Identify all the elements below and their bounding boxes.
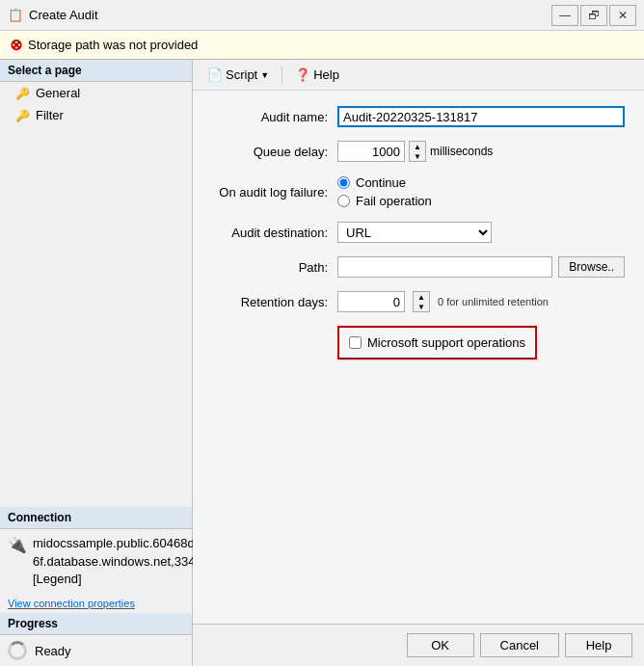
sidebar-item-filter[interactable]: 🔑 Filter <box>0 104 192 126</box>
panel-bottom: Connection 🔌 midocssample.public.60468da… <box>0 507 192 666</box>
error-icon: ⊗ <box>10 36 22 54</box>
radio-continue-item[interactable]: Continue <box>337 175 625 190</box>
audit-log-failure-row: On audit log failure: Continue Fail oper… <box>212 175 625 208</box>
sidebar-item-general-label: General <box>36 86 80 100</box>
radio-fail-input[interactable] <box>337 195 350 207</box>
window-icon: 📋 <box>8 8 23 23</box>
audit-destination-control: URL Blob storage File system <box>337 222 625 243</box>
general-icon: 🔑 <box>15 87 30 100</box>
toolbar: 📄 Script ▼ ❓ Help <box>193 60 644 91</box>
audit-destination-label: Audit destination: <box>212 226 337 240</box>
right-content: 📄 Script ▼ ❓ Help Audit name: Queue dela… <box>193 60 644 666</box>
form-area: Audit name: Queue delay: ▲ ▼ millisecond… <box>193 91 644 624</box>
help-toolbar-button[interactable]: ❓ Help <box>288 65 346 85</box>
error-banner: ⊗ Storage path was not provided <box>0 31 644 60</box>
window-title: Create Audit <box>29 8 98 22</box>
title-bar-left: 📋 Create Audit <box>8 8 98 23</box>
queue-delay-spinner: ▲ ▼ <box>409 141 426 162</box>
script-icon: 📄 <box>207 67 223 82</box>
script-button[interactable]: 📄 Script ▼ <box>201 65 276 85</box>
path-row: Path: Browse.. <box>212 256 625 278</box>
sidebar-item-general[interactable]: 🔑 General <box>0 82 192 104</box>
retention-days-spinner: ▲ ▼ <box>413 291 430 312</box>
audit-destination-row: Audit destination: URL Blob storage File… <box>212 222 625 243</box>
title-bar: 📋 Create Audit — 🗗 ✕ <box>0 0 644 31</box>
audit-name-input[interactable] <box>337 106 625 127</box>
minimize-button[interactable]: — <box>551 5 578 26</box>
queue-delay-up[interactable]: ▲ <box>410 142 425 151</box>
radio-continue-input[interactable] <box>337 176 350 189</box>
queue-delay-label: Queue delay: <box>212 145 337 159</box>
path-control: Browse.. <box>337 256 625 278</box>
help-footer-button[interactable]: Help <box>565 633 632 657</box>
ok-button[interactable]: OK <box>407 633 474 657</box>
microsoft-support-label: Microsoft support operations <box>367 335 525 350</box>
connection-server: 🔌 midocssample.public.60468da9186f.datab… <box>0 529 192 594</box>
progress-status: Ready <box>35 644 71 658</box>
retention-days-control: ▲ ▼ 0 for unlimited retention <box>337 291 625 312</box>
retention-days-row: Retention days: ▲ ▼ 0 for unlimited rete… <box>212 291 625 312</box>
audit-log-failure-label: On audit log failure: <box>212 185 337 200</box>
audit-destination-select[interactable]: URL Blob storage File system <box>337 222 492 243</box>
queue-delay-down[interactable]: ▼ <box>410 151 425 161</box>
script-label: Script <box>226 67 257 82</box>
connection-icon: 🔌 <box>8 535 27 556</box>
view-connection-properties-link[interactable]: View connection properties <box>0 594 192 613</box>
main-content: Select a page 🔑 General 🔑 Filter Connect… <box>0 60 644 666</box>
audit-log-failure-control: Continue Fail operation <box>337 175 625 208</box>
progress-spinner <box>8 641 27 660</box>
sidebar-item-filter-label: Filter <box>36 108 64 122</box>
browse-button[interactable]: Browse.. <box>558 256 625 278</box>
radio-continue-label: Continue <box>356 175 406 190</box>
title-controls: — 🗗 ✕ <box>551 5 636 26</box>
microsoft-support-checkbox-label[interactable]: Microsoft support operations <box>337 326 537 360</box>
microsoft-support-checkbox[interactable] <box>349 336 362 349</box>
queue-delay-unit: milliseconds <box>430 145 493 158</box>
microsoft-support-row: Microsoft support operations <box>212 326 625 360</box>
left-panel: Select a page 🔑 General 🔑 Filter Connect… <box>0 60 193 666</box>
progress-content: Ready <box>0 635 192 666</box>
path-label: Path: <box>212 260 337 275</box>
queue-delay-input[interactable] <box>337 141 405 162</box>
retention-hint: 0 for unlimited retention <box>438 296 549 307</box>
help-icon: ❓ <box>295 67 310 82</box>
cancel-button[interactable]: Cancel <box>480 633 559 657</box>
close-button[interactable]: ✕ <box>609 5 636 26</box>
select-page-header: Select a page <box>0 60 192 82</box>
panel-top: Select a page 🔑 General 🔑 Filter <box>0 60 192 507</box>
path-input[interactable] <box>337 256 552 278</box>
retention-down[interactable]: ▼ <box>414 302 429 311</box>
audit-name-label: Audit name: <box>212 110 337 124</box>
toolbar-separator <box>282 67 282 84</box>
retention-days-label: Retention days: <box>212 295 337 309</box>
script-dropdown-arrow: ▼ <box>260 70 269 80</box>
queue-delay-control: ▲ ▼ milliseconds <box>337 141 625 162</box>
retention-up[interactable]: ▲ <box>414 292 429 302</box>
filter-icon: 🔑 <box>15 109 30 122</box>
radio-fail-item[interactable]: Fail operation <box>337 194 625 208</box>
progress-header: Progress <box>0 613 192 635</box>
error-message: Storage path was not provided <box>28 38 198 52</box>
help-toolbar-label: Help <box>313 67 339 82</box>
queue-delay-row: Queue delay: ▲ ▼ milliseconds <box>212 141 625 162</box>
footer: OK Cancel Help <box>193 624 644 666</box>
retention-days-input[interactable] <box>337 291 405 312</box>
restore-button[interactable]: 🗗 <box>580 5 607 26</box>
audit-name-row: Audit name: <box>212 106 625 127</box>
radio-fail-label: Fail operation <box>356 194 432 208</box>
audit-name-control <box>337 106 625 127</box>
connection-header: Connection <box>0 507 192 529</box>
